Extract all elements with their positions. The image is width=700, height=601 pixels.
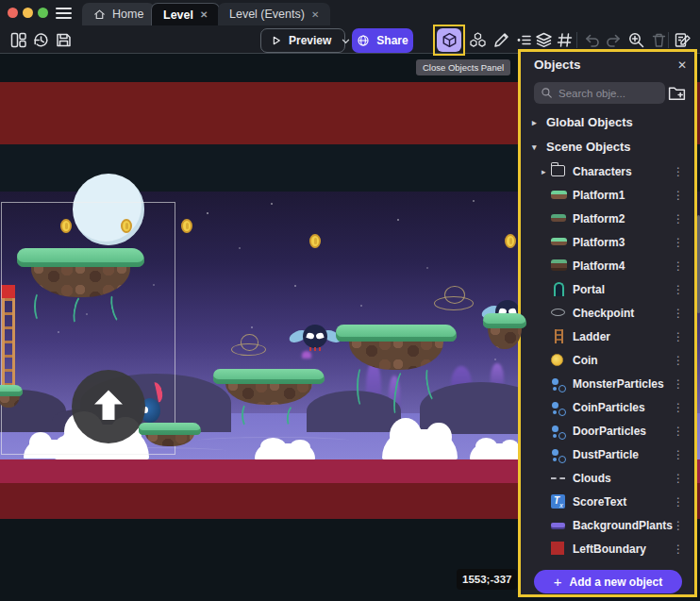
instances-list-icon[interactable] <box>515 31 533 49</box>
search-input[interactable] <box>558 88 658 99</box>
coin-object[interactable] <box>181 219 192 233</box>
object-row-leftboundary[interactable]: LeftBoundary ⋮ <box>521 537 694 560</box>
object-row-coinparticles[interactable]: CoinParticles ⋮ <box>521 395 694 419</box>
monster-object[interactable] <box>291 324 340 354</box>
add-new-object-button[interactable]: + Add a new object <box>534 570 682 593</box>
scene-properties-icon[interactable] <box>674 31 692 49</box>
object-label: CoinParticles <box>573 401 645 414</box>
cloud-object[interactable] <box>382 429 458 459</box>
kebab-menu-icon[interactable]: ⋮ <box>673 165 684 178</box>
object-label: Ladder <box>573 330 610 343</box>
object-label: Platform4 <box>573 259 625 273</box>
section-scene-objects[interactable]: ▾ Scene Objects <box>532 140 631 154</box>
trash-icon[interactable] <box>650 31 668 49</box>
cloud-object[interactable] <box>470 443 523 459</box>
zoom-in-icon[interactable] <box>627 31 645 49</box>
object-label: Clouds <box>573 472 611 485</box>
ufo-doodle[interactable] <box>434 286 474 312</box>
kebab-menu-icon[interactable]: ⋮ <box>673 543 684 556</box>
traffic-light-zoom-icon[interactable] <box>38 8 48 18</box>
divider <box>668 32 669 48</box>
kebab-menu-icon[interactable]: ⋮ <box>673 425 684 438</box>
object-row-monsterparticles[interactable]: MonsterParticles ⋮ <box>521 372 694 395</box>
redo-icon[interactable] <box>605 31 623 49</box>
plus-icon: + <box>554 574 562 590</box>
undo-icon[interactable] <box>583 31 601 49</box>
stars <box>0 54 2 56</box>
object-row-platform3[interactable]: Platform3 ⋮ <box>521 230 694 254</box>
platform-object[interactable] <box>213 369 325 405</box>
tab-level[interactable]: Level ✕ <box>151 3 220 25</box>
kebab-menu-icon[interactable]: ⋮ <box>673 259 684 273</box>
kebab-menu-icon[interactable]: ⋮ <box>673 472 684 485</box>
object-row-ladder[interactable]: Ladder ⋮ <box>521 325 694 348</box>
save-icon[interactable] <box>55 31 73 49</box>
share-button[interactable]: Share <box>352 28 413 53</box>
kebab-menu-icon[interactable]: ⋮ <box>673 377 684 391</box>
platform-object[interactable] <box>336 325 457 370</box>
object-row-characters[interactable]: ▸ Characters ⋮ <box>521 159 694 183</box>
object-row-dustparticle[interactable]: DustParticle ⋮ <box>521 442 694 466</box>
objects-panel-tool-button[interactable] <box>437 28 461 52</box>
close-tab-icon[interactable]: ✕ <box>311 9 319 20</box>
portal-icon <box>554 282 564 296</box>
kebab-menu-icon[interactable]: ⋮ <box>673 519 684 532</box>
titlebar: Home Level ✕ Level (Events) ✕ <box>0 0 700 25</box>
object-row-backgroundplants[interactable]: BackgroundPlants ⋮ <box>521 513 694 537</box>
kebab-menu-icon[interactable]: ⋮ <box>673 189 684 202</box>
text-object-icon <box>551 494 565 509</box>
chevron-down-icon <box>341 36 351 46</box>
section-global-objects[interactable]: ▸ Global Objects <box>532 115 633 129</box>
tab-home[interactable]: Home <box>82 3 155 25</box>
chevron-right-icon[interactable]: ▸ <box>542 167 551 176</box>
chevron-right-icon[interactable]: ▸ <box>532 118 540 127</box>
ufo-doodle[interactable] <box>231 334 266 358</box>
traffic-light-minimize-icon[interactable] <box>23 8 33 18</box>
particles-icon <box>551 424 567 440</box>
object-row-platform1[interactable]: Platform1 ⋮ <box>521 183 694 207</box>
traffic-light-close-icon[interactable] <box>8 8 18 18</box>
kebab-menu-icon[interactable]: ⋮ <box>673 283 684 296</box>
particles-icon <box>551 447 567 463</box>
object-row-portal[interactable]: Portal ⋮ <box>521 277 694 301</box>
cloud-object[interactable] <box>255 443 315 459</box>
kebab-menu-icon[interactable]: ⋮ <box>673 212 684 225</box>
search-box[interactable] <box>534 82 665 104</box>
tab-label: Level <box>163 8 193 22</box>
object-row-coin[interactable]: Coin ⋮ <box>521 348 694 372</box>
object-label: Coin <box>573 354 598 367</box>
kebab-menu-icon[interactable]: ⋮ <box>673 401 684 414</box>
kebab-menu-icon[interactable]: ⋮ <box>673 448 684 461</box>
object-row-platform2[interactable]: Platform2 ⋮ <box>521 207 694 230</box>
kebab-menu-icon[interactable]: ⋮ <box>673 495 684 509</box>
history-icon[interactable] <box>32 31 50 49</box>
coin-object[interactable] <box>309 234 321 248</box>
object-row-platform4[interactable]: Platform4 ⋮ <box>521 254 694 277</box>
grid-icon[interactable] <box>556 31 574 49</box>
kebab-menu-icon[interactable]: ⋮ <box>673 354 684 367</box>
object-groups-icon[interactable] <box>469 31 487 49</box>
close-tab-icon[interactable]: ✕ <box>200 9 208 20</box>
preview-button[interactable]: Preview <box>260 28 345 53</box>
preview-dropdown-button[interactable] <box>341 36 351 46</box>
object-row-doorparticles[interactable]: DoorParticles ⋮ <box>521 419 694 442</box>
object-row-clouds[interactable]: Clouds ⋮ <box>521 466 694 490</box>
add-folder-icon[interactable] <box>667 83 687 103</box>
object-row-scoretext[interactable]: ScoreText ⋮ <box>521 490 694 513</box>
object-row-checkpoint[interactable]: Checkpoint ⋮ <box>521 301 694 325</box>
kebab-menu-icon[interactable]: ⋮ <box>673 307 684 320</box>
panel-layout-icon[interactable] <box>9 31 27 49</box>
home-icon <box>93 8 106 21</box>
hamburger-menu-icon[interactable] <box>56 8 72 19</box>
edit-pencil-icon[interactable] <box>492 31 510 49</box>
chevron-down-icon[interactable]: ▾ <box>532 142 540 152</box>
close-panel-icon[interactable]: ✕ <box>677 58 687 72</box>
tab-level-events[interactable]: Level (Events) ✕ <box>218 3 330 25</box>
platform-thumbnail-icon <box>551 214 566 222</box>
kebab-menu-icon[interactable]: ⋮ <box>673 330 684 343</box>
tooltip: Close Objects Panel <box>416 59 510 75</box>
coin-object[interactable] <box>505 234 516 248</box>
divider <box>576 32 577 48</box>
layers-icon[interactable] <box>535 31 553 49</box>
kebab-menu-icon[interactable]: ⋮ <box>673 236 684 249</box>
